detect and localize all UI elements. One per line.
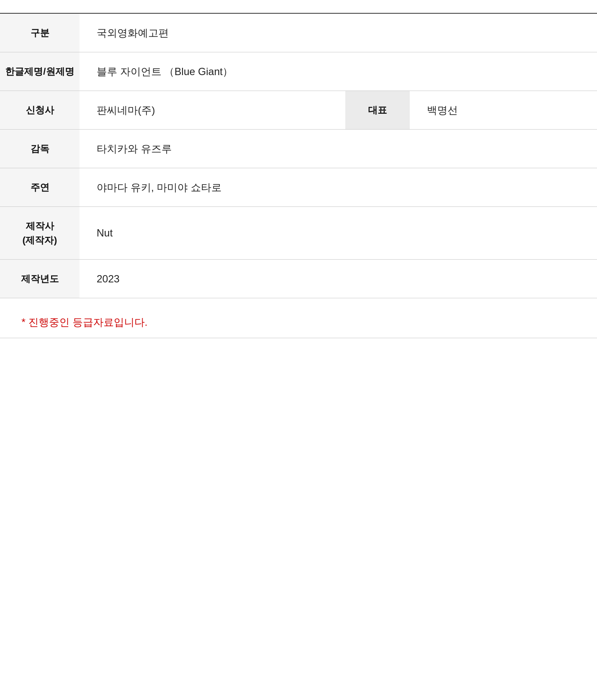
table-row-gubun: 구분 국외영화예고편 [0, 13, 597, 52]
bottom-divider [0, 338, 597, 338]
value-daepyo: 백명선 [410, 91, 597, 130]
label-cast: 주연 [0, 168, 79, 207]
value-cast: 야마다 유키, 마미야 쇼타로 [79, 168, 597, 207]
label-year: 제작년도 [0, 260, 79, 298]
label-gubun: 구분 [0, 13, 79, 52]
table-row-cast: 주연 야마다 유키, 마미야 쇼타로 [0, 168, 597, 207]
label-daepyo: 대표 [345, 91, 410, 130]
table-row-title: 한글제명/원제명 블루 자이언트 （Blue Giant） [0, 52, 597, 91]
label-director: 감독 [0, 130, 79, 168]
table-row-year: 제작년도 2023 [0, 260, 597, 298]
value-applicant-name: 판씨네마(주) [79, 91, 345, 130]
value-title: 블루 자이언트 （Blue Giant） [79, 52, 597, 91]
label-applicant: 신청사 [0, 91, 79, 130]
info-table: 구분 국외영화예고편 한글제명/원제명 블루 자이언트 （Blue Giant）… [0, 13, 597, 298]
notice-section: * 진행중인 등급자료입니다. [0, 298, 597, 338]
table-row-producer: 제작사 (제작자) Nut [0, 207, 597, 260]
value-producer: Nut [79, 207, 597, 260]
value-director: 타치카와 유즈루 [79, 130, 597, 168]
notice-text: * 진행중인 등급자료입니다. [21, 316, 147, 328]
table-row-director: 감독 타치카와 유즈루 [0, 130, 597, 168]
label-producer: 제작사 (제작자) [0, 207, 79, 260]
page-container: 구분 국외영화예고편 한글제명/원제명 블루 자이언트 （Blue Giant）… [0, 0, 597, 700]
value-year: 2023 [79, 260, 597, 298]
table-row-applicant: 신청사 판씨네마(주) 대표 백명선 [0, 91, 597, 130]
label-title: 한글제명/원제명 [0, 52, 79, 91]
value-gubun: 국외영화예고편 [79, 13, 597, 52]
